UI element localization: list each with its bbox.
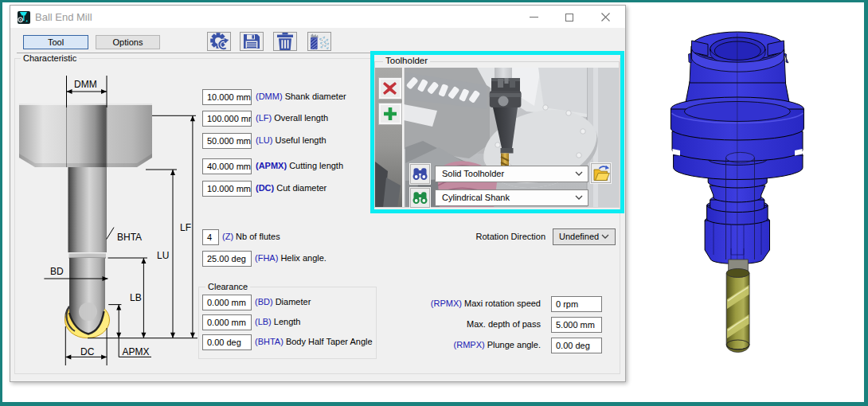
svg-text:LF: LF (180, 222, 191, 233)
svg-text:APMX: APMX (123, 346, 150, 357)
svg-text:BHTA: BHTA (117, 232, 142, 243)
svg-text:LU: LU (157, 250, 169, 261)
svg-text:DMM: DMM (74, 79, 97, 90)
svg-text:LB: LB (130, 292, 142, 303)
svg-text:BD: BD (50, 266, 64, 277)
svg-text:DC: DC (80, 346, 95, 357)
